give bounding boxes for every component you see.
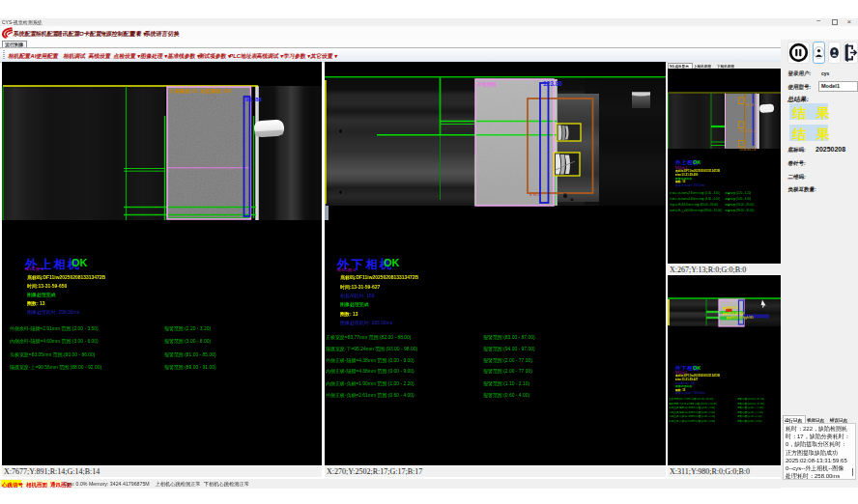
svg-text:53.46 Ex.1 B: 53.46 Ex.1 B — [739, 148, 756, 152]
svg-text:93. 88: 93. 88 — [746, 103, 755, 107]
svg-text:23.65 7.41 1: 23.65 7.41 1 — [739, 129, 756, 133]
